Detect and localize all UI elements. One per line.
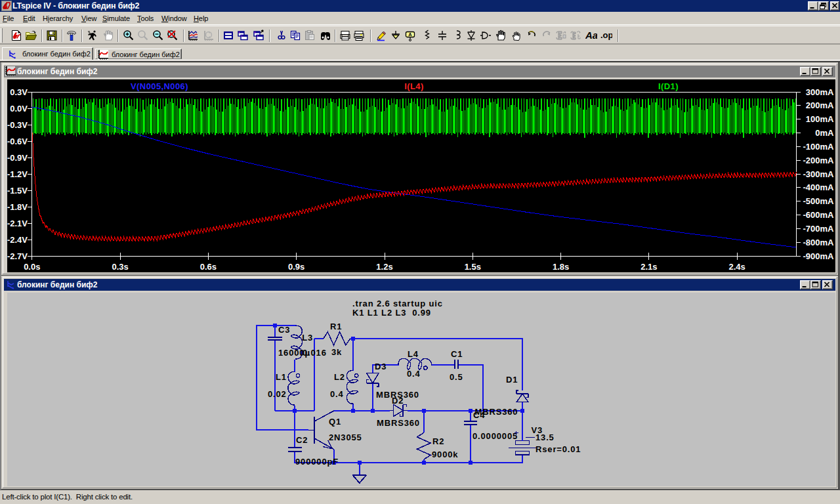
- svg-text:13.5: 13.5: [536, 432, 555, 442]
- svg-text:V(N005,N006): V(N005,N006): [131, 81, 188, 91]
- svg-text:-2.1V: -2.1V: [7, 219, 28, 228]
- svg-text:D2: D2: [392, 396, 404, 406]
- svg-text:-400mA: -400mA: [803, 182, 834, 192]
- svg-text:C1: C1: [451, 349, 463, 359]
- svg-text:-0.9V: -0.9V: [7, 153, 28, 163]
- svg-text:9000k: 9000k: [432, 450, 458, 459]
- svg-text:-100mA: -100mA: [803, 142, 834, 152]
- svg-text:300mA: 300mA: [805, 87, 833, 97]
- svg-text:-600mA: -600mA: [803, 210, 834, 220]
- svg-text:-900mA: -900mA: [803, 251, 834, 261]
- svg-text:0.3s: 0.3s: [112, 262, 128, 272]
- svg-text:I(D1): I(D1): [658, 81, 679, 91]
- svg-text:0.6s: 0.6s: [200, 262, 216, 272]
- svg-text:A: A: [408, 32, 412, 37]
- svg-text:0.3V: 0.3V: [10, 87, 28, 97]
- svg-text:.tran 2.6 startup uic: .tran 2.6 startup uic: [352, 299, 443, 308]
- svg-text:-2.7V: -2.7V: [7, 251, 28, 261]
- svg-text:2.1s: 2.1s: [640, 262, 657, 272]
- svg-text:Q1: Q1: [329, 417, 341, 427]
- svg-text:2.4s: 2.4s: [728, 262, 745, 272]
- svg-text:D1: D1: [506, 375, 518, 385]
- svg-text:3k: 3k: [331, 347, 342, 357]
- svg-text:0.0s: 0.0s: [24, 262, 40, 272]
- svg-text:-200mA: -200mA: [803, 156, 834, 165]
- svg-text:900000pF: 900000pF: [295, 457, 339, 467]
- svg-text:C3: C3: [278, 325, 290, 335]
- svg-text:0.0V: 0.0V: [10, 104, 28, 114]
- svg-text:C2: C2: [296, 435, 308, 445]
- svg-text:100mA: 100mA: [805, 114, 833, 124]
- svg-text:MBRS360: MBRS360: [474, 407, 518, 417]
- svg-text:L3: L3: [302, 333, 313, 343]
- svg-text:-700mA: -700mA: [803, 224, 834, 234]
- svg-text:.op: .op: [600, 30, 612, 40]
- svg-text:0.016: 0.016: [303, 348, 327, 358]
- svg-text:-500mA: -500mA: [803, 196, 834, 206]
- svg-text:1.8s: 1.8s: [552, 262, 568, 272]
- svg-text:-1.8V: -1.8V: [7, 202, 28, 212]
- svg-text:K1 L1 L2 L3 0.99: K1 L1 L2 L3 0.99: [352, 308, 431, 318]
- svg-text:0.4: 0.4: [330, 389, 344, 399]
- svg-text:0mA: 0mA: [815, 128, 834, 138]
- svg-text:0.0000005: 0.0000005: [472, 431, 518, 441]
- svg-text:0.9s: 0.9s: [288, 262, 304, 272]
- svg-text:Rser=0.01: Rser=0.01: [536, 444, 581, 454]
- svg-text:L2: L2: [334, 372, 345, 382]
- svg-text:-2.4V: -2.4V: [7, 235, 28, 245]
- svg-text:I(L4): I(L4): [404, 81, 423, 91]
- svg-text:-800mA: -800mA: [803, 238, 834, 247]
- svg-text:R1: R1: [330, 322, 342, 331]
- svg-text:0.4: 0.4: [407, 369, 421, 379]
- svg-text:1.2s: 1.2s: [376, 262, 392, 272]
- svg-text:R2: R2: [432, 436, 444, 446]
- svg-text:-0.3V: -0.3V: [7, 120, 28, 130]
- svg-text:L1: L1: [276, 372, 287, 382]
- svg-text:Aa: Aa: [585, 30, 597, 41]
- svg-text:0.5: 0.5: [450, 372, 463, 382]
- svg-text:L4: L4: [408, 349, 419, 359]
- svg-text:MBRS360: MBRS360: [377, 418, 420, 428]
- svg-text:-1.5V: -1.5V: [7, 186, 28, 196]
- svg-text:D3: D3: [375, 362, 387, 371]
- svg-text:-0.6V: -0.6V: [7, 136, 28, 146]
- svg-text:0.02: 0.02: [268, 389, 287, 399]
- svg-text:-300mA: -300mA: [803, 169, 834, 179]
- svg-text:-1.2V: -1.2V: [7, 169, 28, 179]
- svg-text:1.5s: 1.5s: [464, 262, 480, 272]
- svg-text:2N3055: 2N3055: [329, 432, 362, 442]
- svg-text:200mA: 200mA: [805, 100, 833, 110]
